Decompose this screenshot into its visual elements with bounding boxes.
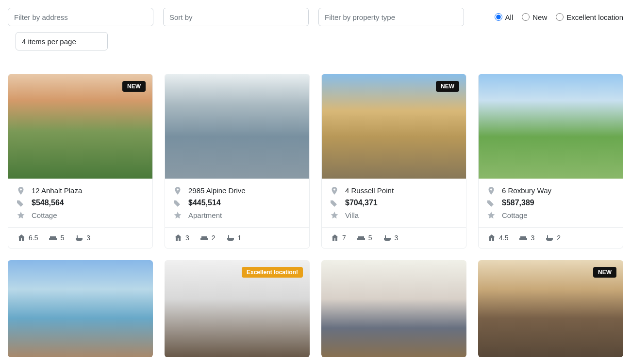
house-icon (17, 233, 26, 242)
stat-bath-value: 1 (238, 234, 242, 242)
bath-icon (75, 233, 83, 242)
card-body: 4 Russell Point $704,371 Villa (322, 179, 466, 227)
filter-type-select[interactable]: Filter by property type (318, 8, 464, 26)
sofa-icon (49, 233, 57, 242)
listing-image (479, 74, 623, 179)
listing-card[interactable]: NEW 12 Anhalt Plaza $548,564 Cottage 6.5 (8, 74, 153, 248)
stat-sofa-value: 5 (368, 234, 372, 242)
badge-new: NEW (436, 81, 459, 92)
filter-address-input[interactable] (8, 8, 153, 26)
radio-all-input[interactable] (495, 13, 502, 21)
house-icon (174, 233, 183, 242)
stat-bath: 1 (226, 233, 242, 242)
listing-type: Cottage (32, 211, 57, 219)
items-per-page-select[interactable]: 4 items per page (16, 32, 108, 50)
listing-price: $704,371 (345, 199, 378, 207)
listing-address: 4 Russell Point (345, 186, 394, 195)
listing-address: 6 Roxbury Way (502, 186, 551, 195)
card-footer: 3 2 1 (165, 227, 309, 248)
listing-image: NEW (478, 260, 623, 357)
bath-icon (383, 233, 392, 242)
stat-sofa-value: 2 (212, 234, 216, 242)
stat-bath-value: 2 (557, 234, 561, 242)
listing-image: NEW (8, 74, 152, 179)
stat-area-value: 4.5 (499, 234, 508, 242)
listing-address: 12 Anhalt Plaza (32, 186, 82, 195)
card-footer: 6.5 5 3 (8, 227, 152, 248)
listing-card[interactable]: Excellent location! (165, 260, 310, 357)
house-icon (331, 233, 339, 242)
bath-icon (545, 233, 554, 242)
filter-radio-group: All New Excellent location (495, 13, 623, 21)
stat-bath: 3 (383, 233, 399, 242)
pin-icon (487, 187, 495, 195)
stat-sofa: 5 (49, 233, 64, 242)
tag-icon (331, 199, 338, 207)
stat-area: 6.5 (17, 233, 38, 242)
stat-sofa: 5 (357, 233, 372, 242)
listing-image (165, 74, 309, 179)
star-icon (174, 212, 182, 219)
listing-card[interactable] (8, 260, 153, 357)
card-body: 2985 Alpine Drive $445,514 Apartment (165, 179, 309, 227)
stat-bath-value: 3 (86, 234, 90, 242)
badge-excellent: Excellent location! (242, 267, 303, 278)
listing-card[interactable]: 2985 Alpine Drive $445,514 Apartment 3 2 (165, 74, 310, 248)
badge-new: NEW (593, 267, 616, 278)
star-icon (17, 212, 25, 219)
listing-image (8, 260, 153, 357)
badge-new: NEW (122, 81, 146, 92)
radio-excellent[interactable]: Excellent location (556, 13, 623, 21)
stat-area: 7 (331, 233, 346, 242)
listing-type: Cottage (502, 211, 528, 219)
pin-icon (17, 187, 25, 195)
stat-sofa-value: 5 (60, 234, 64, 242)
stat-area-value: 6.5 (29, 234, 38, 242)
stat-area: 4.5 (487, 233, 508, 242)
listing-price: $587,389 (502, 199, 534, 207)
listing-card[interactable]: NEW 4 Russell Point $704,371 Villa 7 (321, 74, 466, 248)
radio-all[interactable]: All (495, 13, 514, 21)
stat-area-value: 3 (185, 234, 189, 242)
stat-bath: 2 (545, 233, 561, 242)
card-body: 6 Roxbury Way $587,389 Cottage (479, 179, 623, 227)
listing-address: 2985 Alpine Drive (188, 186, 246, 195)
stat-sofa-value: 3 (531, 234, 534, 242)
card-footer: 4.5 3 2 (479, 227, 623, 248)
radio-new[interactable]: New (522, 13, 547, 21)
stat-sofa: 2 (200, 233, 216, 242)
radio-new-label: New (532, 13, 547, 21)
card-body: 12 Anhalt Plaza $548,564 Cottage (8, 179, 152, 227)
stat-area: 3 (174, 233, 189, 242)
star-icon (331, 212, 338, 219)
pin-icon (174, 187, 182, 195)
listing-card[interactable]: 6 Roxbury Way $587,389 Cottage 4.5 3 (478, 74, 623, 248)
radio-excellent-label: Excellent location (566, 13, 623, 21)
listing-card[interactable] (321, 260, 466, 357)
listings-grid: NEW 12 Anhalt Plaza $548,564 Cottage 6.5 (8, 74, 623, 357)
sofa-icon (519, 233, 528, 242)
pin-icon (331, 187, 338, 195)
pager-row: 4 items per page (16, 32, 623, 50)
radio-all-label: All (505, 13, 514, 21)
listing-price: $548,564 (32, 199, 64, 207)
tag-icon (17, 199, 25, 207)
bath-icon (226, 233, 235, 242)
listing-type: Villa (345, 211, 359, 219)
house-icon (487, 233, 496, 242)
listing-price: $445,514 (188, 199, 221, 207)
radio-excellent-input[interactable] (556, 13, 564, 21)
listing-image: Excellent location! (165, 260, 310, 357)
listing-card[interactable]: NEW (478, 260, 623, 357)
stat-bath-value: 3 (395, 234, 399, 242)
sort-by-select[interactable]: Sort by (163, 8, 309, 26)
radio-new-input[interactable] (522, 13, 530, 21)
stat-area-value: 7 (342, 234, 346, 242)
filters-bar: Sort by Filter by property type All New … (8, 8, 623, 26)
card-footer: 7 5 3 (322, 227, 466, 248)
stat-bath: 3 (75, 233, 90, 242)
tag-icon (487, 199, 495, 207)
listing-image (321, 260, 466, 357)
star-icon (487, 212, 495, 219)
tag-icon (174, 199, 182, 207)
